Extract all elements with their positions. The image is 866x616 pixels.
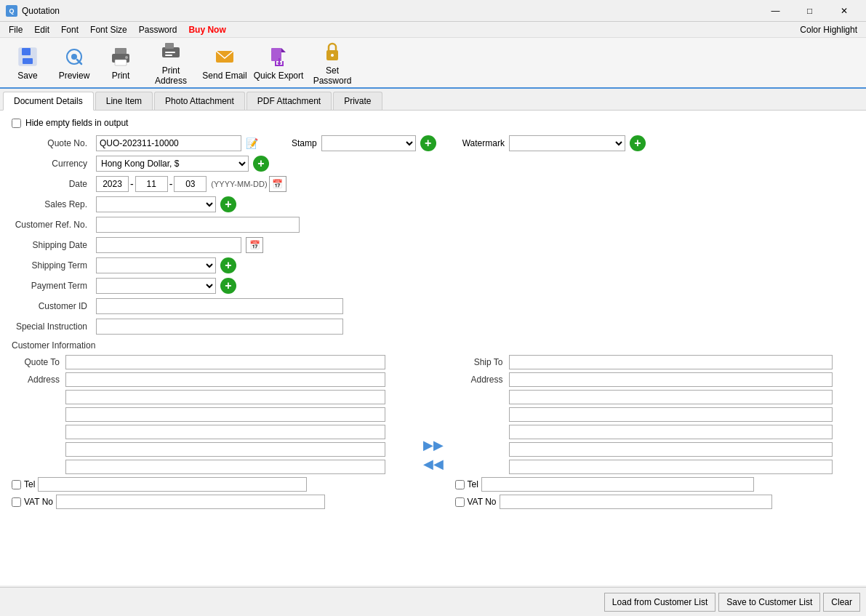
menu-font-size[interactable]: Font Size [84, 23, 133, 36]
watermark-add-button[interactable]: + [630, 135, 646, 151]
stamp-add-button[interactable]: + [420, 135, 436, 151]
special-instruction-input[interactable] [96, 319, 343, 335]
copy-left-button[interactable]: ◀◀ [423, 456, 444, 472]
menu-buy-now[interactable]: Buy Now [183, 23, 231, 36]
address-input-6[interactable] [65, 460, 385, 474]
save-to-customer-list-button[interactable]: Save to Customer List [718, 593, 820, 612]
ship-address-label: Address [455, 375, 506, 385]
ship-to-column: Ship To Address [455, 355, 855, 511]
sales-rep-select[interactable] [96, 196, 216, 212]
currency-select[interactable]: Hong Kong Dollar, $ [96, 156, 249, 172]
customer-id-label: Customer ID [12, 301, 92, 311]
vat-checkbox-left[interactable] [12, 497, 21, 507]
preview-button[interactable]: Preview [52, 41, 96, 84]
vat-no-label-left: VAT No [24, 497, 53, 507]
address-input-5[interactable] [65, 442, 385, 457]
vat-no-input-right[interactable] [500, 495, 772, 509]
clear-button[interactable]: Clear [823, 593, 860, 612]
ship-address-input-6[interactable] [509, 460, 833, 474]
send-email-button[interactable]: Send Email [199, 41, 250, 84]
address-input-1[interactable] [65, 372, 385, 387]
shipping-date-calendar-button[interactable]: 📅 [246, 237, 263, 253]
quick-export-icon [267, 45, 290, 68]
transfer-arrows-column: ▶▶ ◀◀ [412, 355, 455, 511]
customer-id-input[interactable] [96, 298, 343, 314]
tab-document-details[interactable]: Document Details [3, 92, 94, 111]
payment-term-add-button[interactable]: + [220, 278, 236, 294]
tel-checkbox-left[interactable] [12, 480, 21, 489]
tel-input-left[interactable] [38, 477, 307, 492]
vat-checkbox-right[interactable] [455, 497, 465, 507]
currency-add-button[interactable]: + [253, 156, 269, 172]
ship-address-input-1[interactable] [509, 372, 833, 387]
svg-rect-2 [23, 58, 33, 64]
ship-address-input-5[interactable] [509, 442, 833, 457]
save-button[interactable]: Save [6, 41, 49, 84]
date-month-input[interactable] [135, 176, 168, 192]
tab-private[interactable]: Private [333, 92, 382, 110]
customer-info-header: Customer Information [12, 340, 854, 351]
vat-row-left: VAT No [12, 495, 412, 509]
color-highlight-label: Color Highlight [800, 25, 863, 35]
tel-input-right[interactable] [481, 477, 754, 492]
minimize-button[interactable]: — [759, 0, 792, 22]
quote-to-input[interactable] [65, 355, 385, 369]
payment-term-select[interactable] [96, 278, 216, 294]
tel-row-right: Tel [455, 477, 855, 492]
date-year-input[interactable] [96, 176, 129, 192]
shipping-term-select[interactable] [96, 257, 216, 273]
special-instruction-label: Special Instruction [12, 321, 92, 332]
preview-label: Preview [59, 71, 90, 81]
menu-font[interactable]: Font [55, 23, 84, 36]
stamp-select[interactable] [321, 135, 416, 151]
date-calendar-button[interactable]: 📅 [269, 176, 286, 192]
quick-export-label: Quick Export [254, 71, 304, 81]
window-title: Quotation [22, 6, 60, 16]
svg-rect-13 [165, 43, 174, 49]
svg-marker-16 [281, 48, 286, 52]
tab-photo-attachment[interactable]: Photo Attachment [154, 92, 245, 110]
quick-export-button[interactable]: Quick Export [253, 41, 304, 84]
print-address-button[interactable]: Print Address [145, 41, 196, 84]
menu-bar: File Edit Font Font Size Password Buy No… [0, 22, 866, 38]
sales-rep-add-button[interactable]: + [220, 196, 236, 212]
ship-address-input-3[interactable] [509, 407, 833, 422]
window-controls: — □ ✕ [759, 0, 860, 22]
customer-ref-label: Customer Ref. No. [12, 220, 92, 230]
load-from-customer-list-button[interactable]: Load from Customer List [604, 593, 715, 612]
shipping-term-add-button[interactable]: + [220, 257, 236, 273]
address-row-1: Address [12, 372, 412, 387]
send-email-icon [213, 45, 236, 68]
address-label: Address [12, 375, 63, 385]
maximize-button[interactable]: □ [793, 0, 826, 22]
tab-line-item[interactable]: Line Item [95, 92, 153, 110]
copy-right-button[interactable]: ▶▶ [423, 437, 444, 453]
watermark-select[interactable] [509, 135, 625, 151]
date-day-input[interactable] [174, 176, 207, 192]
close-button[interactable]: ✕ [827, 0, 860, 22]
menu-password[interactable]: Password [133, 23, 183, 36]
address-input-4[interactable] [65, 425, 385, 439]
customer-ref-input[interactable] [96, 217, 300, 233]
set-password-button[interactable]: Set Password [307, 41, 358, 84]
shipping-date-input[interactable] [96, 237, 241, 253]
menu-edit[interactable]: Edit [28, 23, 55, 36]
print-button[interactable]: Print [99, 41, 143, 84]
tab-pdf-attachment[interactable]: PDF Attachment [246, 92, 332, 110]
quote-no-input[interactable] [96, 135, 241, 151]
menu-file[interactable]: File [3, 23, 28, 36]
stamp-label: Stamp [292, 138, 317, 148]
hide-empty-checkbox[interactable] [12, 119, 21, 128]
quote-no-edit-icon[interactable]: 📝 [246, 137, 258, 149]
ship-to-input[interactable] [509, 355, 833, 369]
address-input-2[interactable] [65, 390, 385, 404]
address-input-3[interactable] [65, 407, 385, 422]
date-label: Date [12, 179, 92, 189]
tel-row-left: Tel [12, 477, 412, 492]
bottom-bar: Load from Customer List Save to Customer… [0, 587, 866, 616]
ship-address-input-2[interactable] [509, 390, 833, 404]
vat-no-input-left[interactable] [56, 495, 325, 509]
ship-address-input-4[interactable] [509, 425, 833, 439]
hide-empty-label: Hide empty fields in output [25, 118, 128, 128]
tel-checkbox-right[interactable] [455, 480, 465, 489]
